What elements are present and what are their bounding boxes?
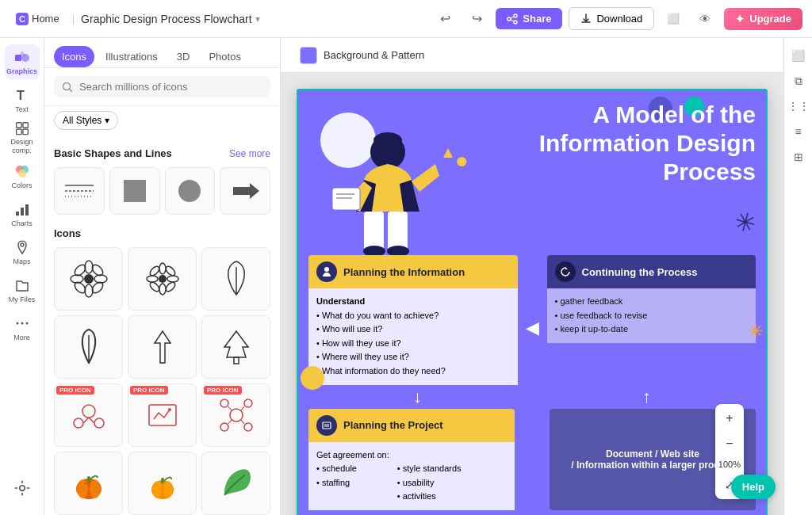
svg-point-53 [82,405,95,418]
list-icon [321,420,332,431]
project-col2: • style standards • usability • activiti… [397,448,462,504]
tab-photos[interactable]: Photos [201,46,248,67]
sidebar-item-colors[interactable]: Colors [5,158,40,193]
sidebar-item-settings[interactable] [5,471,40,505]
svg-line-57 [89,418,94,423]
share-label: Share [523,13,551,25]
canvas-right-btn-1[interactable]: ⬜ [787,44,810,67]
svg-line-6 [511,20,514,21]
tab-3d[interactable]: 3D [169,46,198,67]
icon-item-flower1[interactable] [54,247,123,311]
continuing-icon [555,261,576,282]
flow-row-2: Planning the Project Get agreement on: •… [304,409,760,510]
shape-item-arrow[interactable] [220,167,270,215]
svg-rect-11 [16,123,21,128]
background-color-swatch [300,47,317,64]
download-label: Download [596,13,642,25]
more-label: More [13,334,30,341]
shape-item-lines[interactable] [54,167,105,215]
canvas-viewport[interactable]: ✳ ● [281,73,783,515]
svg-point-2 [514,14,517,17]
svg-point-4 [514,21,517,24]
icon-item-feather[interactable] [201,247,270,311]
canvas-right-btn-2[interactable]: ⧉ [787,70,810,92]
see-more-shapes-button[interactable]: See more [229,148,270,159]
style-filter-button[interactable]: All Styles ▾ [54,111,118,130]
tab-icons[interactable]: Icons [54,46,94,67]
panel-scroll-area: Basic Shapes and Lines See more [44,135,280,515]
icon-item-tree[interactable] [201,315,270,379]
icon-item-leaf-green[interactable] [201,452,270,515]
svg-point-70 [77,479,88,498]
canvas-right-btn-3[interactable]: ⋮⋮ [787,95,810,117]
preview-button[interactable]: 👁 [692,6,718,32]
shape-item-square[interactable] [109,167,160,215]
svg-point-44 [159,284,166,295]
undo-button[interactable]: ↩ [432,6,458,32]
icon-item-pro2[interactable]: PRO ICON [128,383,197,447]
home-button[interactable]: C Home [10,10,66,29]
download-button[interactable]: Download [569,7,654,30]
icon-item-pro1[interactable]: PRO ICON [54,383,123,447]
redo-button[interactable]: ↪ [464,6,489,32]
pro-icon1-icon [69,395,109,435]
sidebar-item-charts[interactable]: Charts [5,196,40,231]
sidebar-item-graphics[interactable]: Graphics [5,44,40,79]
search-area [44,68,280,106]
shape-item-circle[interactable] [165,167,216,215]
download-icon [580,13,592,25]
arrows-row: ↓ ↑ [304,385,760,409]
maps-label: Maps [13,258,30,265]
planning-info-title: Planning the Information [343,266,465,278]
canvas-right-btn-4[interactable]: ≡ [787,120,810,143]
icon-item-arrow-up[interactable] [128,315,197,379]
present-button[interactable]: ⬜ [661,6,686,32]
person-svg [308,109,467,263]
icon-item-pumpkin1[interactable] [54,452,123,515]
svg-rect-20 [25,204,29,216]
svg-marker-9 [19,51,25,55]
more-icon [13,315,31,332]
icon-item-leaf-stroke[interactable] [54,315,123,379]
zoom-out-button[interactable]: − [718,433,741,455]
help-button[interactable]: Help [731,475,776,499]
icon-item-flower2[interactable] [128,247,197,311]
icon-item-pro3[interactable]: PRO ICON [201,383,270,447]
sidebar-item-maps[interactable]: Maps [5,235,40,269]
svg-point-25 [19,486,25,491]
icon-item-pumpkin2[interactable] [128,452,197,515]
svg-point-17 [18,170,26,177]
svg-marker-32 [233,183,259,199]
svg-rect-52 [234,357,239,364]
sidebar-item-design-components[interactable]: Designcomp. [5,120,40,155]
svg-point-37 [94,275,107,283]
background-pattern-button[interactable]: Background & Pattern [293,44,431,67]
search-input[interactable] [79,81,262,93]
svg-point-50 [148,280,161,293]
filter-chevron-icon: ▾ [105,115,109,126]
tab-illustrations[interactable]: Illustrations [98,46,166,67]
flower2-icon [143,259,182,299]
sidebar-item-my-files[interactable]: My Files [5,273,40,307]
svg-point-23 [21,322,23,325]
icons-grid: PRO ICON PRO ICON [54,247,270,515]
svg-rect-72 [87,476,90,483]
title-chevron-icon[interactable]: ▾ [255,13,260,25]
design-canvas: ✳ ● [297,89,768,515]
deco-orange-starburst: ✳ [748,320,764,342]
canvas-right-btn-5[interactable]: ⊞ [787,146,810,168]
document-title-area: Graphic Design Process Flowchart ▾ [81,13,260,25]
planning-project-title: Planning the Project [343,419,443,431]
upgrade-button[interactable]: ✦ Upgrade [724,8,802,30]
share-button[interactable]: Share [496,8,562,29]
svg-point-71 [90,479,101,498]
continuing-body: • gather feedback • use feedback to revi… [547,288,756,343]
zoom-in-button[interactable]: + [718,407,741,429]
pro-icon2-icon [143,395,182,435]
arrow-shape-icon [229,179,261,203]
sidebar-item-more[interactable]: More [5,311,40,345]
canvas-top-bar: Background & Pattern [281,38,783,73]
project-header: Get agreement on: [316,450,389,460]
refresh-icon [560,266,571,277]
sidebar-item-text[interactable]: T Text [5,82,40,117]
